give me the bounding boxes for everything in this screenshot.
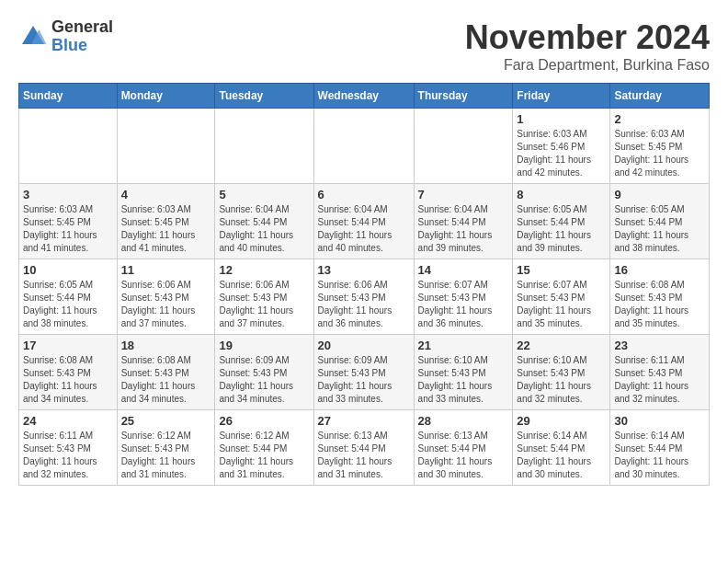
day-info: Sunrise: 6:05 AM Sunset: 5:44 PM Dayligh… — [517, 203, 606, 255]
calendar-cell: 14Sunrise: 6:07 AM Sunset: 5:43 PM Dayli… — [414, 259, 513, 335]
calendar-cell: 22Sunrise: 6:10 AM Sunset: 5:43 PM Dayli… — [513, 335, 610, 410]
calendar-cell: 12Sunrise: 6:06 AM Sunset: 5:43 PM Dayli… — [215, 259, 313, 335]
calendar-cell: 9Sunrise: 6:05 AM Sunset: 5:44 PM Daylig… — [610, 184, 710, 259]
calendar-cell: 23Sunrise: 6:11 AM Sunset: 5:43 PM Dayli… — [610, 335, 710, 410]
weekday-header: Sunday — [19, 84, 118, 109]
day-number: 12 — [219, 263, 309, 277]
calendar-cell: 19Sunrise: 6:09 AM Sunset: 5:43 PM Dayli… — [215, 335, 313, 410]
day-number: 13 — [318, 263, 410, 277]
day-info: Sunrise: 6:06 AM Sunset: 5:43 PM Dayligh… — [318, 279, 410, 330]
month-title: November 2024 — [465, 18, 710, 57]
calendar-cell: 3Sunrise: 6:03 AM Sunset: 5:45 PM Daylig… — [19, 184, 118, 259]
calendar-cell: 7Sunrise: 6:04 AM Sunset: 5:44 PM Daylig… — [414, 184, 513, 259]
day-number: 25 — [121, 414, 211, 428]
calendar-cell: 18Sunrise: 6:08 AM Sunset: 5:43 PM Dayli… — [117, 335, 215, 410]
day-number: 22 — [517, 339, 606, 352]
calendar-cell: 16Sunrise: 6:08 AM Sunset: 5:43 PM Dayli… — [610, 259, 710, 335]
calendar-cell: 25Sunrise: 6:12 AM Sunset: 5:43 PM Dayli… — [117, 410, 215, 486]
day-number: 17 — [23, 339, 113, 352]
day-info: Sunrise: 6:13 AM Sunset: 5:44 PM Dayligh… — [318, 430, 410, 481]
page-header: General Blue November 2024 Fara Departme… — [18, 18, 710, 74]
location-title: Fara Department, Burkina Faso — [465, 57, 710, 74]
day-number: 20 — [318, 339, 410, 352]
calendar-cell: 29Sunrise: 6:14 AM Sunset: 5:44 PM Dayli… — [513, 410, 610, 486]
calendar-header: SundayMondayTuesdayWednesdayThursdayFrid… — [19, 84, 710, 109]
weekday-header: Monday — [117, 84, 215, 109]
calendar-cell: 28Sunrise: 6:13 AM Sunset: 5:44 PM Dayli… — [414, 410, 513, 486]
calendar-cell: 13Sunrise: 6:06 AM Sunset: 5:43 PM Dayli… — [313, 259, 414, 335]
day-number: 5 — [219, 188, 309, 201]
calendar-week-row: 24Sunrise: 6:11 AM Sunset: 5:43 PM Dayli… — [19, 410, 710, 486]
day-info: Sunrise: 6:11 AM Sunset: 5:43 PM Dayligh… — [614, 354, 705, 406]
day-info: Sunrise: 6:03 AM Sunset: 5:45 PM Dayligh… — [23, 203, 113, 255]
calendar-week-row: 10Sunrise: 6:05 AM Sunset: 5:44 PM Dayli… — [19, 259, 710, 335]
day-info: Sunrise: 6:05 AM Sunset: 5:44 PM Dayligh… — [23, 279, 113, 330]
day-number: 2 — [614, 112, 705, 126]
day-info: Sunrise: 6:12 AM Sunset: 5:44 PM Dayligh… — [219, 430, 309, 481]
calendar-table: SundayMondayTuesdayWednesdayThursdayFrid… — [18, 83, 710, 486]
day-info: Sunrise: 6:10 AM Sunset: 5:43 PM Dayligh… — [418, 354, 509, 406]
day-number: 16 — [614, 263, 705, 277]
calendar-week-row: 17Sunrise: 6:08 AM Sunset: 5:43 PM Dayli… — [19, 335, 710, 410]
calendar-cell: 11Sunrise: 6:06 AM Sunset: 5:43 PM Dayli… — [117, 259, 215, 335]
day-number: 6 — [318, 188, 410, 201]
day-number: 28 — [418, 414, 509, 428]
day-info: Sunrise: 6:11 AM Sunset: 5:43 PM Dayligh… — [23, 430, 113, 481]
day-number: 24 — [23, 414, 113, 428]
day-info: Sunrise: 6:06 AM Sunset: 5:43 PM Dayligh… — [219, 279, 309, 330]
day-info: Sunrise: 6:14 AM Sunset: 5:44 PM Dayligh… — [517, 430, 606, 481]
logo: General Blue — [18, 18, 113, 55]
calendar-cell: 8Sunrise: 6:05 AM Sunset: 5:44 PM Daylig… — [513, 184, 610, 259]
calendar-cell: 17Sunrise: 6:08 AM Sunset: 5:43 PM Dayli… — [19, 335, 118, 410]
day-info: Sunrise: 6:04 AM Sunset: 5:44 PM Dayligh… — [418, 203, 509, 255]
day-info: Sunrise: 6:09 AM Sunset: 5:43 PM Dayligh… — [219, 354, 309, 406]
day-info: Sunrise: 6:13 AM Sunset: 5:44 PM Dayligh… — [418, 430, 509, 481]
day-number: 9 — [614, 188, 705, 201]
day-info: Sunrise: 6:12 AM Sunset: 5:43 PM Dayligh… — [121, 430, 211, 481]
day-info: Sunrise: 6:05 AM Sunset: 5:44 PM Dayligh… — [614, 203, 705, 255]
day-number: 21 — [418, 339, 509, 352]
calendar-cell: 27Sunrise: 6:13 AM Sunset: 5:44 PM Dayli… — [313, 410, 414, 486]
day-number: 23 — [614, 339, 705, 352]
day-info: Sunrise: 6:07 AM Sunset: 5:43 PM Dayligh… — [418, 279, 509, 330]
calendar-week-row: 1Sunrise: 6:03 AM Sunset: 5:46 PM Daylig… — [19, 109, 710, 184]
logo-blue: Blue — [51, 37, 113, 55]
day-info: Sunrise: 6:08 AM Sunset: 5:43 PM Dayligh… — [23, 354, 113, 406]
calendar-cell: 15Sunrise: 6:07 AM Sunset: 5:43 PM Dayli… — [513, 259, 610, 335]
day-info: Sunrise: 6:04 AM Sunset: 5:44 PM Dayligh… — [318, 203, 410, 255]
day-info: Sunrise: 6:07 AM Sunset: 5:43 PM Dayligh… — [517, 279, 606, 330]
day-number: 26 — [219, 414, 309, 428]
calendar-cell: 2Sunrise: 6:03 AM Sunset: 5:45 PM Daylig… — [610, 109, 710, 184]
day-number: 11 — [121, 263, 211, 277]
day-number: 14 — [418, 263, 509, 277]
day-number: 29 — [517, 414, 606, 428]
day-number: 7 — [418, 188, 509, 201]
day-number: 18 — [121, 339, 211, 352]
weekday-header: Thursday — [414, 84, 513, 109]
calendar-week-row: 3Sunrise: 6:03 AM Sunset: 5:45 PM Daylig… — [19, 184, 710, 259]
calendar-cell — [19, 109, 118, 184]
day-info: Sunrise: 6:04 AM Sunset: 5:44 PM Dayligh… — [219, 203, 309, 255]
calendar-cell: 10Sunrise: 6:05 AM Sunset: 5:44 PM Dayli… — [19, 259, 118, 335]
calendar-body: 1Sunrise: 6:03 AM Sunset: 5:46 PM Daylig… — [19, 109, 710, 486]
day-info: Sunrise: 6:10 AM Sunset: 5:43 PM Dayligh… — [517, 354, 606, 406]
calendar-cell — [215, 109, 313, 184]
day-number: 8 — [517, 188, 606, 201]
calendar-cell: 6Sunrise: 6:04 AM Sunset: 5:44 PM Daylig… — [313, 184, 414, 259]
title-section: November 2024 Fara Department, Burkina F… — [465, 18, 710, 74]
weekday-header: Friday — [513, 84, 610, 109]
calendar-cell: 21Sunrise: 6:10 AM Sunset: 5:43 PM Dayli… — [414, 335, 513, 410]
logo-icon — [18, 22, 48, 52]
day-info: Sunrise: 6:03 AM Sunset: 5:45 PM Dayligh… — [614, 128, 705, 179]
calendar-cell: 26Sunrise: 6:12 AM Sunset: 5:44 PM Dayli… — [215, 410, 313, 486]
day-number: 1 — [517, 112, 606, 126]
day-info: Sunrise: 6:09 AM Sunset: 5:43 PM Dayligh… — [318, 354, 410, 406]
calendar-cell: 4Sunrise: 6:03 AM Sunset: 5:45 PM Daylig… — [117, 184, 215, 259]
day-number: 3 — [23, 188, 113, 201]
day-info: Sunrise: 6:06 AM Sunset: 5:43 PM Dayligh… — [121, 279, 211, 330]
logo-text: General Blue — [51, 18, 113, 55]
calendar-cell: 1Sunrise: 6:03 AM Sunset: 5:46 PM Daylig… — [513, 109, 610, 184]
day-number: 4 — [121, 188, 211, 201]
day-info: Sunrise: 6:14 AM Sunset: 5:44 PM Dayligh… — [614, 430, 705, 481]
day-number: 30 — [614, 414, 705, 428]
